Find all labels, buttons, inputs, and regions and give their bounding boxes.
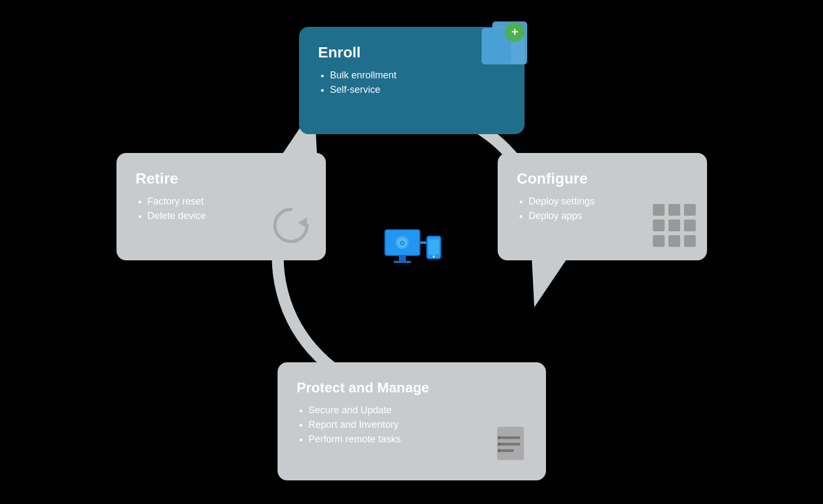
svg-rect-25 xyxy=(399,255,406,261)
protect-item-1: Secure and Update xyxy=(309,405,527,416)
enroll-list: Bulk enrollment Self-service xyxy=(318,70,505,96)
svg-rect-10 xyxy=(668,220,680,231)
svg-point-33 xyxy=(433,255,435,258)
retire-icon xyxy=(267,201,315,252)
retire-card: Retire Factory reset Delete device xyxy=(116,153,326,260)
svg-text:⊙: ⊙ xyxy=(399,239,405,247)
svg-rect-19 xyxy=(501,449,514,452)
protect-title: Protect and Manage xyxy=(297,379,527,396)
retire-title: Retire xyxy=(136,170,307,187)
svg-marker-15 xyxy=(298,217,307,228)
protect-card: Protect and Manage Secure and Update Rep… xyxy=(278,362,546,480)
svg-point-22 xyxy=(498,449,501,452)
protect-icon xyxy=(489,421,537,472)
svg-point-20 xyxy=(498,436,501,439)
svg-point-21 xyxy=(498,442,501,445)
svg-rect-17 xyxy=(501,436,520,439)
enroll-icon: + xyxy=(476,16,535,72)
configure-card: Configure Deploy settings Deploy apps xyxy=(498,153,707,260)
svg-rect-6 xyxy=(653,204,665,216)
svg-rect-14 xyxy=(684,235,696,247)
svg-text:+: + xyxy=(511,25,518,39)
svg-rect-7 xyxy=(668,204,680,216)
svg-rect-12 xyxy=(653,235,665,247)
svg-rect-9 xyxy=(653,220,665,231)
enroll-card: + Enroll Bulk enrollment Self-service xyxy=(299,27,525,134)
svg-rect-32 xyxy=(428,239,439,254)
diagram-container: + Enroll Bulk enrollment Self-service xyxy=(116,16,707,488)
svg-rect-13 xyxy=(668,235,680,247)
enroll-item-2: Self-service xyxy=(330,84,505,96)
svg-rect-26 xyxy=(394,261,411,263)
configure-icon xyxy=(650,201,698,252)
center-mdm-icon: ⊙ xyxy=(380,224,444,280)
configure-title: Configure xyxy=(517,170,688,187)
svg-rect-11 xyxy=(684,220,696,231)
svg-rect-18 xyxy=(501,443,520,445)
svg-rect-8 xyxy=(684,204,696,216)
